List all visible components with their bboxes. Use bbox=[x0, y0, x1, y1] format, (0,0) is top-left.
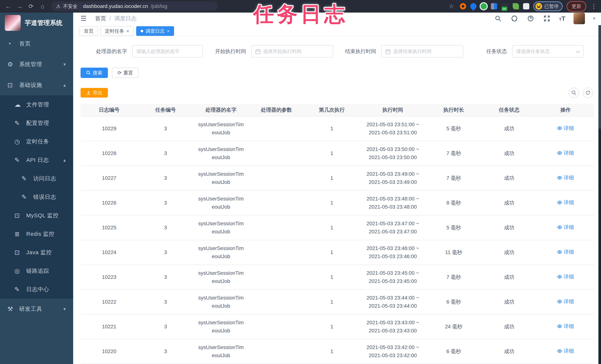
forward-icon[interactable]: → bbox=[15, 2, 24, 11]
breadcrumb-home[interactable]: 首页 bbox=[95, 15, 106, 22]
page-scrollbar[interactable] bbox=[598, 25, 601, 364]
tab-close-icon[interactable]: × bbox=[126, 28, 129, 34]
retry-count-cell: 1 bbox=[304, 116, 360, 141]
detail-link[interactable]: 详细 bbox=[557, 322, 574, 330]
detail-link[interactable]: 详细 bbox=[557, 198, 574, 207]
chevron-icon: ▾ bbox=[63, 61, 66, 67]
table-row: 10229 3 sysUserSessionTim eoutJob 1 2021… bbox=[80, 116, 594, 141]
table-row: 10223 3 sysUserSessionTim eoutJob 1 2021… bbox=[80, 265, 594, 290]
sidebar-item[interactable]: ⚙ 系统管理 ▾ bbox=[0, 54, 73, 75]
table-search-toggle-button[interactable] bbox=[569, 88, 579, 98]
browser-menu-icon[interactable]: ⋮ bbox=[590, 3, 597, 10]
tab-schedule-log[interactable]: 调度日志 × bbox=[136, 26, 174, 36]
back-icon[interactable]: ← bbox=[4, 2, 13, 11]
execute-time-cell: 2021-05-03 23:51:00 ~ 2021-05-03 23:51:0… bbox=[360, 116, 426, 141]
file-manage-icon: ☁ bbox=[14, 101, 26, 108]
table-row: 10220 3 sysUserSessionTim eoutJob 1 2021… bbox=[80, 339, 594, 364]
bookmark-star-icon[interactable]: ☆ bbox=[447, 2, 456, 11]
user-avatar[interactable] bbox=[573, 13, 585, 24]
action-cell: 详细 bbox=[537, 141, 594, 166]
not-secure-label: 不安全 bbox=[63, 3, 77, 10]
sidebar-item[interactable]: ✎ 错误日志 bbox=[0, 188, 73, 206]
sidebar-item[interactable]: ◎ 链路追踪 bbox=[0, 262, 73, 280]
task-status-label: 任务状态 bbox=[486, 48, 507, 55]
retry-count-cell: 1 bbox=[304, 265, 360, 290]
home-icon[interactable]: ⌂ bbox=[38, 2, 47, 11]
duration-cell: 6 毫秒 bbox=[426, 290, 481, 314]
sidebar-item[interactable]: ☁ 文件管理 bbox=[0, 95, 73, 114]
sidebar-item[interactable]: ◔ 首页 bbox=[0, 33, 73, 54]
duration-cell: 7 毫秒 bbox=[426, 166, 481, 191]
handler-name-input[interactable] bbox=[133, 45, 202, 57]
sidebar-item[interactable]: ⚒ 研发工具 ▾ bbox=[0, 299, 73, 319]
font-size-icon[interactable]: TT bbox=[559, 15, 565, 22]
log-id-cell: 10223 bbox=[80, 265, 138, 290]
address-bar[interactable]: ⚠ 不安全 dashboard.yudao.iocoder.cn/job/log bbox=[51, 1, 218, 11]
table-refresh-button[interactable] bbox=[583, 88, 593, 98]
github-icon[interactable] bbox=[510, 14, 518, 22]
detail-link[interactable]: 详细 bbox=[557, 223, 574, 231]
task-status-select[interactable] bbox=[512, 45, 583, 57]
sidebar-item[interactable]: ✎ API 日志 ▴ bbox=[0, 151, 73, 169]
execute-time-cell: 2021-05-03 23:48:00 ~ 2021-05-03 23:48:0… bbox=[360, 191, 426, 215]
tab-scheduled-task[interactable]: 定时任务 × bbox=[100, 26, 134, 36]
tab-home[interactable]: 首页 bbox=[80, 26, 98, 36]
sidebar-item-label: 配置管理 bbox=[26, 119, 49, 127]
extension-drop-icon[interactable] bbox=[469, 2, 478, 11]
sidebar-item-label: 错误日志 bbox=[33, 193, 56, 201]
sidebar-item[interactable]: ⊡ 基础设施 ▴ bbox=[0, 75, 73, 95]
sidebar-item[interactable]: ≣ Redis 监控 bbox=[0, 225, 73, 243]
status-cell: 成功 bbox=[481, 191, 537, 215]
sidebar-item-label: MySQL 监控 bbox=[26, 212, 59, 219]
sidebar-item[interactable]: ⊡ Java 监控 bbox=[0, 243, 73, 262]
sidebar-item-label: 定时任务 bbox=[26, 138, 49, 145]
extension-grid-icon[interactable] bbox=[491, 3, 497, 10]
duration-cell: 5 毫秒 bbox=[426, 215, 481, 240]
sidebar-item[interactable]: ⊡ MySQL 监控 bbox=[0, 206, 73, 225]
retry-count-cell: 1 bbox=[304, 166, 360, 191]
fullscreen-icon[interactable] bbox=[543, 14, 551, 22]
chevron-icon: ▴ bbox=[63, 82, 66, 88]
detail-link[interactable]: 详细 bbox=[557, 297, 574, 306]
sidebar-item[interactable]: ✎ 日志中心 bbox=[0, 280, 73, 299]
sidebar-item[interactable]: ✎ 访问日志 bbox=[0, 169, 73, 188]
detail-link[interactable]: 详细 bbox=[557, 174, 574, 182]
sidebar-logo-row: 芋道管理系统 bbox=[0, 13, 73, 33]
tab-close-icon[interactable]: × bbox=[167, 28, 170, 34]
sidebar-item[interactable]: ✎ 配置管理 bbox=[0, 114, 73, 132]
column-header: 任务状态 bbox=[481, 104, 537, 116]
sidebar-item[interactable]: ◷ 定时任务 bbox=[0, 132, 73, 151]
action-cell: 详细 bbox=[537, 191, 594, 215]
detail-link[interactable]: 详细 bbox=[557, 124, 574, 132]
end-time-label: 结束执行时间 bbox=[345, 48, 376, 55]
status-cell: 成功 bbox=[481, 141, 537, 166]
column-header: 执行时长 bbox=[426, 104, 481, 116]
column-header: 操作 bbox=[537, 104, 594, 116]
extension-switch-icon[interactable]: on bbox=[501, 3, 509, 10]
search-icon[interactable] bbox=[494, 14, 502, 22]
start-time-input[interactable] bbox=[252, 45, 333, 57]
search-button[interactable]: 搜索 bbox=[80, 68, 108, 78]
extension-leaf-icon[interactable] bbox=[513, 3, 519, 10]
eye-icon bbox=[557, 324, 562, 329]
extension-orange-icon[interactable] bbox=[460, 3, 466, 10]
end-time-input[interactable] bbox=[382, 45, 463, 57]
browser-update-button[interactable]: 更新 bbox=[567, 1, 586, 12]
scrollbar-thumb[interactable] bbox=[598, 25, 601, 129]
reset-button[interactable]: ⟳ 重置 bbox=[112, 68, 139, 78]
column-header: 处理器的参数 bbox=[249, 104, 304, 116]
export-button[interactable]: 导出 bbox=[80, 88, 108, 98]
detail-link[interactable]: 详细 bbox=[557, 273, 574, 281]
collapse-menu-icon[interactable]: ☰ bbox=[80, 15, 88, 22]
execute-time-cell: 2021-05-03 23:49:00 ~ 2021-05-03 23:49:0… bbox=[360, 166, 426, 191]
user-menu-caret-icon[interactable]: ▾ bbox=[593, 16, 595, 21]
extension-green-icon[interactable] bbox=[481, 3, 487, 10]
reload-icon[interactable]: ⟳ bbox=[27, 2, 35, 11]
extensions-puzzle-icon[interactable] bbox=[523, 3, 529, 10]
handler-param-cell bbox=[249, 141, 304, 166]
browser-profile-chip[interactable]: 已暂停 bbox=[533, 1, 562, 11]
detail-link[interactable]: 详细 bbox=[557, 347, 574, 355]
detail-link[interactable]: 详细 bbox=[557, 149, 574, 157]
help-icon[interactable] bbox=[527, 14, 535, 22]
detail-link[interactable]: 详细 bbox=[557, 248, 574, 256]
